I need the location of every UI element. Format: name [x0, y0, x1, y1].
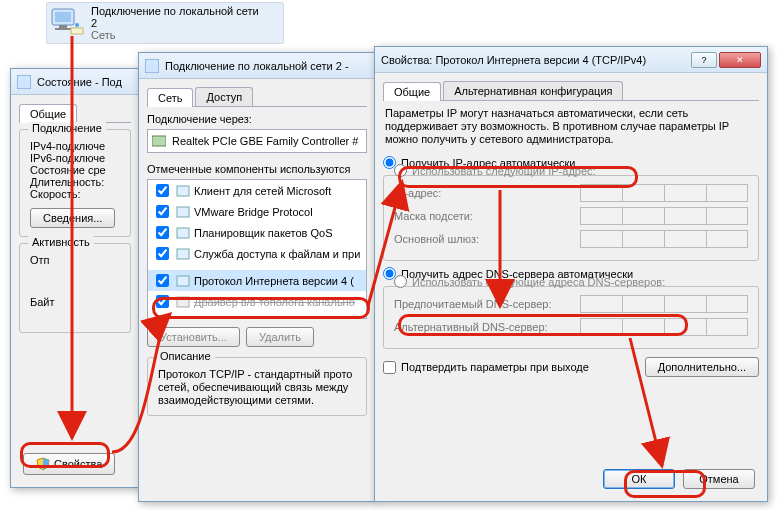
- props-title: Подключение по локальной сети 2 -: [165, 60, 369, 72]
- connection-status-window: Состояние - Под Общие Подключение IPv4-п…: [10, 68, 140, 488]
- svg-rect-6: [17, 75, 31, 89]
- svg-rect-9: [177, 186, 189, 196]
- remove-button[interactable]: Удалить: [246, 327, 314, 347]
- highlight-properties: [20, 442, 110, 468]
- activity-group: Активность Отп Байт: [19, 243, 131, 333]
- list-item[interactable]: VMware Bridge Protocol: [148, 201, 366, 222]
- svg-rect-10: [177, 207, 189, 217]
- nic-icon: [152, 134, 166, 148]
- subnet-mask-field: [580, 207, 748, 225]
- status-title: Состояние - Под: [37, 76, 133, 88]
- list-item[interactable]: Планировщик пакетов QoS: [148, 222, 366, 243]
- network-connection-shortcut[interactable]: Подключение по локальной сети 2 Сеть: [46, 2, 284, 44]
- gateway-label: Основной шлюз:: [394, 233, 580, 245]
- row-duration: Длительность:: [30, 176, 120, 188]
- list-item[interactable]: Служба доступа к файлам и при: [148, 243, 366, 264]
- status-titlebar[interactable]: Состояние - Под: [11, 69, 139, 95]
- close-button[interactable]: ✕: [719, 52, 761, 68]
- network-icon: [17, 75, 31, 89]
- svg-rect-3: [55, 28, 71, 30]
- ip-address-label: IP-адрес:: [394, 187, 580, 199]
- svg-rect-2: [59, 25, 67, 28]
- highlight-ipv4-item: [152, 297, 370, 319]
- tab-access[interactable]: Доступ: [195, 87, 253, 106]
- adapter-box: Realtek PCIe GBE Family Controller #: [147, 129, 367, 153]
- tab-network[interactable]: Сеть: [147, 88, 193, 107]
- network-adapter-icon: [49, 8, 85, 38]
- advanced-button[interactable]: Дополнительно...: [645, 357, 759, 377]
- svg-rect-7: [145, 59, 159, 73]
- description-text: Протокол TCP/IP - стандартный прото сете…: [158, 368, 356, 407]
- highlight-auto-dns: [398, 314, 688, 336]
- gateway-field: [580, 230, 748, 248]
- components-label: Отмеченные компоненты используются: [147, 163, 367, 175]
- ipv4-title: Свойства: Протокол Интернета версии 4 (T…: [381, 54, 691, 66]
- status-tabs: Общие: [19, 103, 131, 123]
- svg-rect-13: [177, 276, 189, 286]
- protocol-icon: [176, 205, 190, 219]
- details-button[interactable]: Сведения...: [30, 208, 115, 228]
- ipv4-tabs: Общие Альтернативная конфигурация: [383, 81, 759, 101]
- network-icon: [145, 59, 159, 73]
- svg-rect-12: [177, 249, 189, 259]
- connect-via-label: Подключение через:: [147, 113, 367, 125]
- radio-manual-dns[interactable]: Использовать следующие адреса DNS-сервер…: [394, 275, 748, 288]
- tab-general[interactable]: Общие: [19, 104, 77, 123]
- connection-properties-window: Подключение по локальной сети 2 - Сеть Д…: [138, 52, 376, 502]
- props-titlebar[interactable]: Подключение по локальной сети 2 -: [139, 53, 375, 79]
- description-group: Описание Протокол TCP/IP - стандартный п…: [147, 357, 367, 416]
- shortcut-label: Подключение по локальной сети 2 Сеть: [91, 5, 259, 41]
- tab-general[interactable]: Общие: [383, 82, 441, 101]
- svg-rect-4: [71, 28, 83, 34]
- dns1-field: [580, 295, 748, 313]
- svg-rect-11: [177, 228, 189, 238]
- connection-group: Подключение IPv4-подключе IPv6-подключе …: [19, 129, 131, 237]
- list-item[interactable]: Клиент для сетей Microsoft: [148, 180, 366, 201]
- qos-icon: [176, 226, 190, 240]
- help-button[interactable]: ?: [691, 52, 717, 68]
- row-ipv4: IPv4-подключе: [30, 140, 120, 152]
- install-button[interactable]: Установить...: [147, 327, 240, 347]
- highlight-auto-ip: [398, 166, 638, 188]
- subnet-mask-label: Маска подсети:: [394, 210, 580, 222]
- dns1-label: Предпочитаемый DNS-сервер:: [394, 298, 580, 310]
- client-icon: [176, 184, 190, 198]
- svg-point-5: [75, 23, 79, 27]
- fileshare-icon: [176, 247, 190, 261]
- props-tabs: Сеть Доступ: [147, 87, 367, 107]
- info-blurb: Параметры IP могут назначаться автоматич…: [385, 107, 757, 146]
- row-ipv6: IPv6-подключе: [30, 152, 120, 164]
- svg-rect-1: [55, 12, 71, 22]
- validate-checkbox[interactable]: Подтвердить параметры при выходе: [383, 361, 589, 374]
- highlight-ok: [624, 470, 706, 498]
- list-item-ipv4[interactable]: Протокол Интернета версии 4 (: [148, 270, 366, 291]
- row-bytes: Байт: [30, 296, 120, 308]
- svg-rect-8: [152, 136, 166, 146]
- row-speed: Скорость:: [30, 188, 120, 200]
- tcpip-icon: [176, 274, 190, 288]
- row-sent: Отп: [30, 254, 120, 266]
- tab-alt-config[interactable]: Альтернативная конфигурация: [443, 81, 623, 100]
- row-media-state: Состояние сре: [30, 164, 120, 176]
- ipv4-properties-window: Свойства: Протокол Интернета версии 4 (T…: [374, 46, 768, 502]
- ipv4-titlebar[interactable]: Свойства: Протокол Интернета версии 4 (T…: [375, 47, 767, 73]
